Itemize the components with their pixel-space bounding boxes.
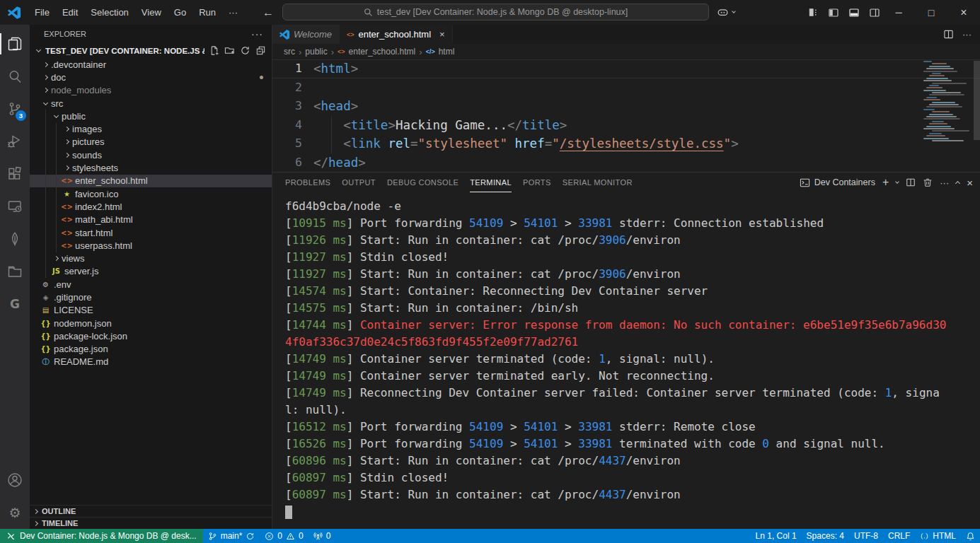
panel-tab-terminal[interactable]: TERMINAL [470,173,512,192]
refresh-icon[interactable] [240,45,250,56]
collapse-all-icon[interactable] [255,45,266,56]
notifications-bell[interactable] [961,529,980,543]
new-folder-icon[interactable] [224,45,235,56]
tree-item--env[interactable]: ⚙.env [30,278,272,291]
sidebar-more-icon[interactable]: ··· [251,28,263,40]
tree-item-nodemon-json[interactable]: {}nodemon.json [30,317,272,329]
maximize-button[interactable]: □ [915,0,947,25]
close-tab-icon[interactable]: × [439,29,445,40]
ports-indicator[interactable]: 0 [309,529,336,543]
settings-gear-icon[interactable]: ⚙ [0,496,30,529]
tree-item-server-js[interactable]: JSserver.js [30,265,272,278]
kill-terminal-icon[interactable] [923,177,933,187]
panel-more-icon[interactable]: ··· [940,177,949,188]
breadcrumb-symbol[interactable]: html [439,47,455,57]
panel-tab-ports[interactable]: PORTS [523,173,551,192]
search-sidebar-icon[interactable] [0,60,30,93]
close-panel-icon[interactable]: × [967,177,973,189]
cursor-position[interactable]: Ln 1, Col 1 [751,529,802,543]
tree-item-stylesheets[interactable]: stylesheets [30,161,272,174]
remote-indicator[interactable]: Dev Container: Node.js & Mongo DB @ desk… [0,529,203,543]
eol-sequence[interactable]: CRLF [883,529,915,543]
tree-item-images[interactable]: images [30,122,272,135]
bottom-panel: PROBLEMSOUTPUTDEBUG CONSOLETERMINALPORTS… [272,172,980,529]
customize-layout-icon[interactable] [808,7,819,18]
tree-item-readme-md[interactable]: ⓘREADME.md [30,356,272,368]
encoding[interactable]: UTF-8 [849,529,883,543]
source-control-icon[interactable]: 3 [0,93,30,125]
line-number: 1 [272,59,313,78]
new-file-icon[interactable] [209,45,219,56]
timeline-section[interactable]: TIMELINE [30,517,272,529]
mongodb-icon[interactable] [0,223,30,255]
minimap[interactable] [922,61,973,142]
maximize-panel-icon[interactable] [955,181,960,186]
explorer-icon[interactable] [0,28,30,60]
nav-back-icon[interactable]: ← [263,6,274,19]
menu-selection[interactable]: Selection [84,4,134,21]
indentation[interactable]: Spaces: 4 [802,529,849,543]
problems-indicator[interactable]: 0 0 [260,529,308,543]
tree-item-doc[interactable]: doc [30,71,272,83]
menu-overflow[interactable]: ··· [222,4,244,21]
toggle-panel-icon[interactable] [848,7,860,18]
remote-explorer-icon[interactable] [0,190,30,223]
breadcrumb-src[interactable]: src [284,47,295,57]
new-terminal-icon[interactable]: + [882,176,889,189]
outline-section[interactable]: OUTLINE [30,505,272,517]
branch-indicator[interactable]: main* [203,529,260,543]
editor-scrollbar[interactable] [974,61,980,140]
tree-item-license[interactable]: ▤LICENSE [30,304,272,317]
tree-item-enter-school-html[interactable]: <>enter_school.html [30,175,272,187]
tree-item-index2-html[interactable]: <>index2.html [30,200,272,213]
minimize-button[interactable]: ─ [882,0,915,25]
tree-item-views[interactable]: views [30,252,272,264]
tree-item-pictures[interactable]: pictures [30,136,272,148]
editor-more-icon[interactable]: ··· [962,29,972,40]
tree-item-math-abi-html[interactable]: <>math_abi.html [30,214,272,226]
workspace-root-row[interactable]: TEST_DEV [DEV CONTAINER: NODE.JS & MONGO… [30,43,272,58]
terminal-dropdown-icon[interactable] [895,180,899,184]
extensions-icon[interactable] [0,158,30,190]
close-button[interactable]: × [947,0,980,25]
tree-item-start-html[interactable]: <>start.html [30,226,272,239]
toggle-sidebar-icon[interactable] [828,7,839,18]
tree-item-userpass-html[interactable]: <>userpass.html [30,239,272,252]
menu-run[interactable]: Run [192,4,222,21]
breadcrumb-file[interactable]: enter_school.html [349,47,416,57]
tree-item-package-lock-json[interactable]: {}package-lock.json [30,329,272,342]
panel-tab-problems[interactable]: PROBLEMS [285,173,330,192]
panel-tab-serial-monitor[interactable]: SERIAL MONITOR [563,173,633,192]
tab-welcome[interactable]: Welcome [272,25,340,44]
containers-icon[interactable] [0,255,30,288]
run-debug-icon[interactable] [0,125,30,158]
tab-enter-school[interactable]: <> enter_school.html × [340,25,453,44]
breadcrumb-public[interactable]: public [305,47,327,57]
menu-go[interactable]: Go [168,4,192,21]
split-editor-icon[interactable] [943,29,954,40]
tree-item-sounds[interactable]: sounds [30,148,272,161]
tree-item-favicon-ico[interactable]: ★favicon.ico [30,187,272,200]
menu-view[interactable]: View [135,4,168,21]
language-mode[interactable]: HTML [915,529,961,543]
split-terminal-icon[interactable] [906,177,916,187]
code-editor[interactable]: 1<html>23<head>4 <title>Hacking Game...<… [272,59,980,172]
toggle-secondary-sidebar-icon[interactable] [869,7,880,18]
menu-edit[interactable]: Edit [56,4,84,21]
tree-item-public[interactable]: public [30,110,272,122]
breadcrumb-separator: › [331,47,334,57]
menu-file[interactable]: File [28,4,56,21]
tree-item--gitignore[interactable]: ◈.gitignore [30,291,272,303]
gitlens-icon[interactable]: G [0,288,30,320]
terminal-output[interactable]: f6d4b9cba/node -e[10915 ms] Port forward… [272,192,980,529]
tree-item-package-json[interactable]: {}package.json [30,343,272,356]
tree-item-src[interactable]: src [30,97,272,110]
tree-item--devcontainer[interactable]: .devcontainer [30,58,272,71]
command-center-search[interactable]: test_dev [Dev Container: Node.js & Mongo… [282,4,709,21]
panel-tab-output[interactable]: OUTPUT [342,173,376,192]
account-icon[interactable] [0,464,30,496]
copilot-button[interactable] [716,4,735,21]
terminal-profile[interactable]: Dev Containers [800,177,875,188]
panel-tab-debug-console[interactable]: DEBUG CONSOLE [387,173,459,192]
tree-item-node-modules[interactable]: node_modules [30,84,272,97]
